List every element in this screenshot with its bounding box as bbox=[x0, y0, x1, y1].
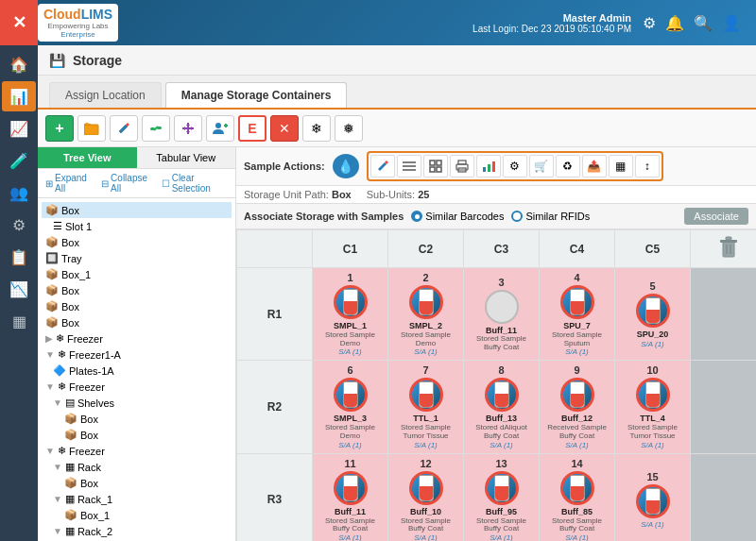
sidebar-settings[interactable]: ⚙ bbox=[2, 210, 36, 240]
table-cell[interactable]: 3 Buff_11 Stored Sample Buffy Coat bbox=[464, 268, 540, 361]
action-grid2-btn[interactable]: ▦ bbox=[609, 155, 633, 178]
user-profile-icon[interactable]: 👤 bbox=[722, 14, 741, 32]
tree-item-rack[interactable]: ▼ ▦ Rack bbox=[42, 459, 232, 475]
search-icon[interactable]: 🔍 bbox=[694, 14, 713, 32]
tree-item-rack1[interactable]: ▼ ▦ Rack_1 bbox=[42, 491, 232, 507]
edit-button[interactable] bbox=[110, 115, 138, 142]
add-button[interactable]: + bbox=[45, 115, 74, 142]
tree-item-box-5[interactable]: 📦 Box bbox=[42, 314, 232, 330]
tree-item-shelves-box2[interactable]: 📦 Box bbox=[42, 427, 232, 443]
col-c1: C1 bbox=[313, 230, 388, 268]
table-cell[interactable]: 15 S/A (1) bbox=[615, 453, 691, 541]
folder-button[interactable] bbox=[77, 115, 106, 142]
collapse-all-link[interactable]: ⊟ Collapse All bbox=[101, 173, 154, 194]
tab-assign-location[interactable]: Assign Location bbox=[49, 82, 162, 108]
unfreeze-button[interactable]: ❅ bbox=[335, 115, 363, 142]
action-edit-btn[interactable] bbox=[370, 155, 395, 178]
svg-rect-25 bbox=[726, 237, 731, 240]
tab-manage-storage[interactable]: Manage Storage Containers bbox=[165, 82, 348, 108]
tree-item-freezer1a[interactable]: ▼ ❄ Freezer1-A bbox=[42, 347, 232, 363]
tree-item-label: Box bbox=[61, 317, 79, 329]
last-login: Last Login: Dec 23 2019 05:10:40 PM bbox=[472, 24, 631, 34]
tree-item-label: Slot 1 bbox=[65, 221, 92, 232]
tree-item-box-4[interactable]: 📦 Box bbox=[42, 298, 232, 314]
tree-item-freezer-3[interactable]: ▼ ❄ Freezer bbox=[42, 443, 232, 459]
tree-item-rack-box[interactable]: 📦 Box bbox=[42, 475, 232, 491]
delete-button[interactable]: ✕ bbox=[270, 115, 299, 142]
table-cell[interactable]: 12 Buff_10 Stored Sample Buffy Coat S/A … bbox=[388, 453, 464, 541]
rfids-radio[interactable] bbox=[511, 211, 523, 222]
tree-item-rack1-box1[interactable]: 📦 Box_1 bbox=[42, 507, 232, 523]
table-cell[interactable]: 7 TTL_1 Stored Sample Tumor Tissue S/A (… bbox=[388, 361, 464, 453]
e-button[interactable]: E bbox=[238, 115, 266, 142]
expand-all-label: Expand All bbox=[55, 173, 94, 194]
tree-item-box-1a[interactable]: 📦 Box_1 bbox=[42, 266, 232, 282]
action-export-btn[interactable]: 📤 bbox=[582, 155, 607, 178]
freezer-icon: ❄ bbox=[56, 332, 64, 345]
tree-view-button[interactable]: Tree View bbox=[38, 147, 137, 168]
freeze-button[interactable]: ❄ bbox=[302, 115, 331, 142]
sidebar-samples[interactable]: 🧪 bbox=[2, 145, 36, 176]
shelf-box-icon-2: 📦 bbox=[64, 429, 77, 441]
tree-item-slot1[interactable]: ☰ Slot 1 bbox=[42, 218, 232, 234]
table-cell[interactable]: 14 Buff_85 Stored Sample Buffy Coat S/A … bbox=[540, 453, 615, 541]
tree-item-shelves[interactable]: ▼ ▤ Shelves bbox=[42, 395, 232, 411]
action-print-btn[interactable] bbox=[450, 155, 474, 178]
sidebar-users[interactable]: 👥 bbox=[2, 178, 36, 208]
table-cell[interactable]: 9 Buff_12 Received Sample Buffy Coat S/A… bbox=[540, 361, 615, 453]
action-list-btn[interactable] bbox=[397, 155, 421, 178]
sidebar-analytics[interactable]: 📉 bbox=[2, 274, 36, 304]
action-cart-btn[interactable]: 🛒 bbox=[529, 155, 554, 178]
action-sort-btn[interactable]: ↕ bbox=[635, 155, 660, 178]
action-settings-btn[interactable]: ⚙ bbox=[503, 155, 527, 178]
table-cell[interactable]: 8 Buff_13 Stored dAliquot Buffy Coat S/A… bbox=[464, 361, 540, 453]
tree-item-tray[interactable]: 🔲 Tray bbox=[42, 250, 232, 266]
move-button[interactable] bbox=[174, 115, 202, 142]
expand-all-link[interactable]: ⊞ Expand All bbox=[45, 173, 94, 194]
notification-icon[interactable]: 🔔 bbox=[665, 14, 684, 32]
action-refresh-btn[interactable]: ♻ bbox=[556, 155, 580, 178]
sample-action-water[interactable]: 💧 bbox=[333, 154, 359, 178]
svg-marker-3 bbox=[186, 123, 190, 126]
associate-bar: Associate Storage with Samples Similar B… bbox=[236, 204, 756, 229]
svg-rect-1 bbox=[150, 127, 155, 130]
table-cell[interactable]: 13 Buff_95 Stored Sample Buffy Coat S/A … bbox=[464, 453, 540, 541]
action-chart-btn[interactable] bbox=[476, 155, 501, 178]
tree-item-plates[interactable]: 🔷 Plates-1A bbox=[42, 363, 232, 379]
clear-selection-link[interactable]: ☐ Clear Selection bbox=[162, 173, 228, 194]
associate-button[interactable]: Associate bbox=[684, 208, 748, 225]
tree-item-box-2[interactable]: 📦 Box bbox=[42, 234, 232, 250]
person-add-button[interactable] bbox=[206, 115, 234, 142]
tree-item-rack2[interactable]: ▼ ▦ Rack_2 bbox=[42, 523, 232, 539]
settings-icon[interactable]: ⚙ bbox=[643, 14, 656, 32]
table-cell[interactable]: 1 SMPL_1 Stored Sample Demo S/A (1) bbox=[313, 268, 388, 361]
similar-barcodes-option[interactable]: Similar Barcodes bbox=[411, 211, 504, 222]
grid-container[interactable]: C1 C2 C3 C4 C5 R1 1 bbox=[236, 229, 756, 541]
table-cell[interactable]: 5 SPU_20 S/A (1) bbox=[615, 268, 691, 361]
sidebar-home[interactable]: 🏠 bbox=[2, 49, 36, 79]
tree-item-shelves-box1[interactable]: 📦 Box bbox=[42, 411, 232, 427]
table-cell[interactable]: 10 TTL_4 Stored Sample Tumor Tissue S/A … bbox=[615, 361, 691, 453]
close-button[interactable]: ✕ bbox=[0, 0, 38, 45]
sidebar-grid[interactable]: ▦ bbox=[2, 306, 36, 336]
table-cell[interactable]: 6 SMPL_3 Stored Sample Demo S/A (1) bbox=[313, 361, 388, 453]
similar-rfids-option[interactable]: Similar RFIDs bbox=[511, 211, 590, 222]
barcodes-radio[interactable] bbox=[411, 211, 422, 222]
tree-item-freezer-2[interactable]: ▼ ❄ Freezer bbox=[42, 379, 232, 395]
table-cell[interactable]: 2 SMPL_2 Stored Sample Demo S/A (1) bbox=[388, 268, 464, 361]
action-grid-btn[interactable] bbox=[423, 155, 448, 178]
close-icon: ✕ bbox=[12, 12, 26, 33]
tree-item-box-3[interactable]: 📦 Box bbox=[42, 282, 232, 298]
table-cell[interactable]: 11 Buff_11 Stored Sample Buffy Coat S/A … bbox=[313, 453, 388, 541]
collapse-all-icon: ⊟ bbox=[101, 178, 109, 189]
sidebar-bar[interactable]: 📈 bbox=[2, 113, 36, 144]
tabular-view-button[interactable]: Tabular View bbox=[137, 147, 236, 168]
radio-dot bbox=[415, 214, 420, 219]
svg-marker-6 bbox=[191, 127, 194, 130]
link-button[interactable] bbox=[142, 115, 170, 142]
tree-item-freezer[interactable]: ▶ ❄ Freezer bbox=[42, 330, 232, 347]
table-cell[interactable]: 4 SPU_7 Stored Sample Sputum S/A (1) bbox=[540, 268, 615, 361]
sidebar-reports[interactable]: 📋 bbox=[2, 242, 36, 272]
tree-item-box-1[interactable]: 📦 Box bbox=[42, 202, 232, 218]
sidebar-storage[interactable]: 📊 bbox=[2, 81, 36, 111]
